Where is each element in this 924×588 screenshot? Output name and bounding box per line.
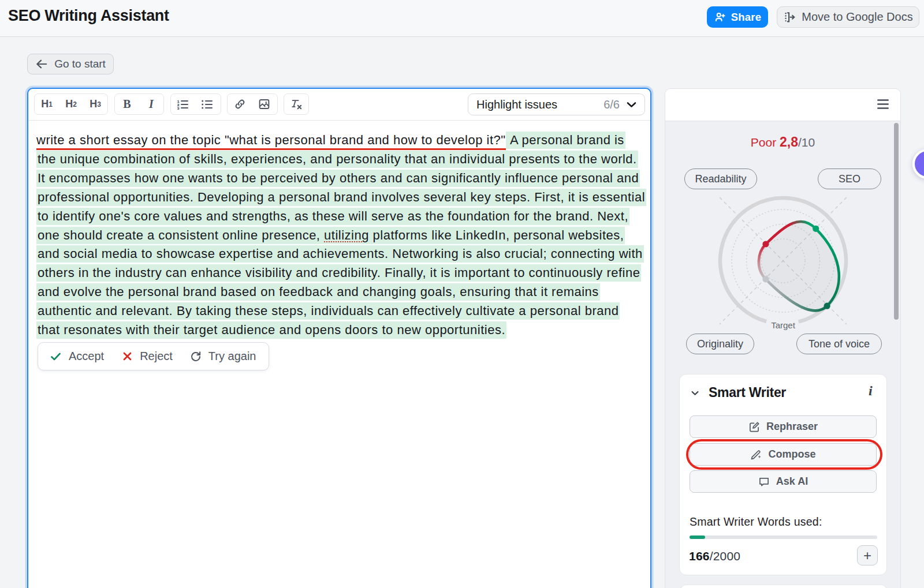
svg-text:Target: Target [771,320,796,330]
svg-text:3: 3 [177,106,180,110]
